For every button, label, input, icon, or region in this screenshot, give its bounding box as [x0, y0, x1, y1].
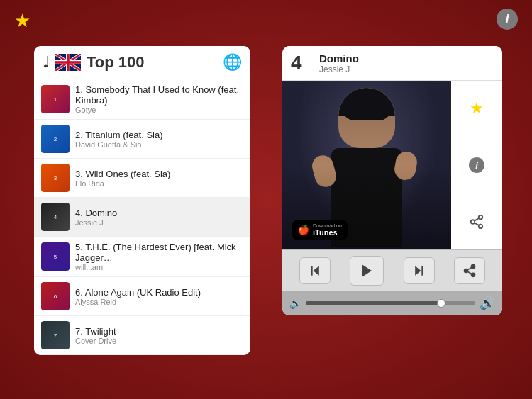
- favorite-button[interactable]: ★: [451, 81, 502, 137]
- svg-line-22: [467, 271, 472, 274]
- svg-marker-14: [313, 266, 318, 275]
- svg-point-9: [479, 215, 483, 220]
- content-grid: 🍎 Download on iTunes ★ i: [282, 81, 502, 249]
- svg-point-19: [472, 265, 475, 269]
- apple-logo-icon: 🍎: [298, 225, 309, 235]
- svg-point-20: [465, 269, 468, 273]
- svg-point-21: [472, 273, 475, 276]
- svg-rect-15: [311, 266, 313, 275]
- panel-title: Top 100: [87, 53, 217, 72]
- album-art: 🍎 Download on iTunes: [282, 81, 451, 249]
- svg-marker-16: [362, 264, 372, 277]
- right-panel: 4 Domino Jessie J 🍎: [282, 46, 502, 315]
- volume-thumb: [437, 299, 445, 308]
- song-title-1: 1. Somebody That I Used to Know (feat. K…: [75, 84, 243, 106]
- song-artist-7: Cover Drive: [75, 337, 243, 345]
- song-thumb-5: 5: [41, 242, 70, 271]
- now-playing-header: 4 Domino Jessie J: [282, 46, 502, 81]
- song-item-1[interactable]: 11. Somebody That I Used to Know (feat. …: [34, 79, 250, 120]
- song-artist-1: Gotye: [75, 106, 243, 114]
- song-artist-4: Jessie J: [75, 218, 243, 227]
- track-details: Domino Jessie J: [319, 52, 494, 74]
- globe-icon[interactable]: 🌐: [223, 53, 242, 72]
- song-info-2: 2. Titanium (feat. Sia)David Guetta & Si…: [75, 130, 243, 149]
- top-info-button[interactable]: i: [497, 9, 518, 30]
- song-item-7[interactable]: 77. TwilightCover Drive: [34, 316, 250, 355]
- song-list: 11. Somebody That I Used to Know (feat. …: [34, 79, 250, 355]
- song-thumb-2: 2: [41, 125, 70, 153]
- svg-line-23: [467, 267, 472, 269]
- song-artist-5: will.i.am: [75, 263, 243, 271]
- svg-line-13: [475, 218, 479, 221]
- track-artist: Jessie J: [319, 64, 494, 74]
- next-button[interactable]: [404, 257, 435, 284]
- itunes-badge[interactable]: 🍎 Download on iTunes: [292, 220, 348, 240]
- track-number: 4: [291, 52, 312, 74]
- svg-rect-18: [421, 266, 423, 275]
- song-artist-3: Flo Rida: [75, 179, 243, 188]
- song-info-5: 5. T.H.E. (The Hardest Ever) [feat. Mick…: [75, 242, 243, 271]
- volume-bar: 🔈 🔊: [282, 291, 502, 315]
- song-item-2[interactable]: 22. Titanium (feat. Sia)David Guetta & S…: [34, 120, 250, 159]
- svg-line-12: [475, 223, 479, 225]
- song-title-7: 7. Twilight: [75, 326, 243, 337]
- song-info-6: 6. Alone Again (UK Radio Edit)Alyssa Rei…: [75, 287, 243, 306]
- play-button[interactable]: [350, 256, 384, 286]
- volume-slider[interactable]: [306, 301, 475, 305]
- music-note-icon: ♩: [43, 53, 50, 72]
- song-artist-6: Alyssa Reid: [75, 298, 243, 306]
- song-title-3: 3. Wild Ones (feat. Sia): [75, 169, 243, 179]
- song-thumb-4: 4: [41, 203, 70, 231]
- song-thumb-1: 1: [41, 85, 70, 113]
- prev-button[interactable]: [299, 257, 331, 284]
- badge-top-text: Download on: [313, 223, 342, 228]
- star-icon: ★: [470, 99, 484, 118]
- volume-fill: [306, 301, 441, 305]
- song-info-3: 3. Wild Ones (feat. Sia)Flo Rida: [75, 169, 243, 188]
- song-title-5: 5. T.H.E. (The Hardest Ever) [feat. Mick…: [75, 242, 243, 263]
- share-controls-button[interactable]: [454, 257, 485, 284]
- left-panel: ♩ Top 100 🌐 11. Somebody That I Used to …: [34, 46, 250, 355]
- song-item-4[interactable]: 44. DominoJessie J: [34, 198, 250, 237]
- song-title-4: 4. Domino: [75, 208, 243, 218]
- song-title-2: 2. Titanium (feat. Sia): [75, 130, 243, 140]
- song-item-3[interactable]: 33. Wild Ones (feat. Sia)Flo Rida: [34, 159, 250, 198]
- volume-low-icon: 🔈: [289, 298, 301, 309]
- share-icon: [469, 214, 484, 230]
- svg-rect-8: [67, 54, 70, 71]
- info-circle-icon: i: [469, 157, 484, 173]
- top-star-icon[interactable]: ★: [14, 10, 31, 32]
- side-buttons: ★ i: [451, 81, 502, 249]
- song-artist-2: David Guetta & Sia: [75, 140, 243, 149]
- panel-header: ♩ Top 100 🌐: [34, 46, 250, 79]
- badge-main-text: iTunes: [313, 228, 342, 237]
- song-info-1: 1. Somebody That I Used to Know (feat. K…: [75, 84, 243, 114]
- song-thumb-6: 6: [41, 282, 70, 310]
- song-title-6: 6. Alone Again (UK Radio Edit): [75, 287, 243, 298]
- song-thumb-7: 7: [41, 321, 70, 349]
- uk-flag-icon: [55, 54, 81, 71]
- info-button[interactable]: i: [451, 137, 502, 194]
- player-controls: [282, 249, 502, 291]
- svg-marker-17: [415, 266, 421, 275]
- song-item-5[interactable]: 55. T.H.E. (The Hardest Ever) [feat. Mic…: [34, 237, 250, 277]
- share-button[interactable]: [451, 193, 502, 249]
- song-item-6[interactable]: 66. Alone Again (UK Radio Edit)Alyssa Re…: [34, 277, 250, 316]
- volume-high-icon: 🔊: [480, 296, 495, 311]
- svg-point-10: [471, 220, 475, 224]
- song-thumb-3: 3: [41, 164, 70, 192]
- svg-point-11: [479, 224, 483, 228]
- track-title: Domino: [319, 52, 494, 64]
- song-info-4: 4. DominoJessie J: [75, 208, 243, 227]
- song-info-7: 7. TwilightCover Drive: [75, 326, 243, 345]
